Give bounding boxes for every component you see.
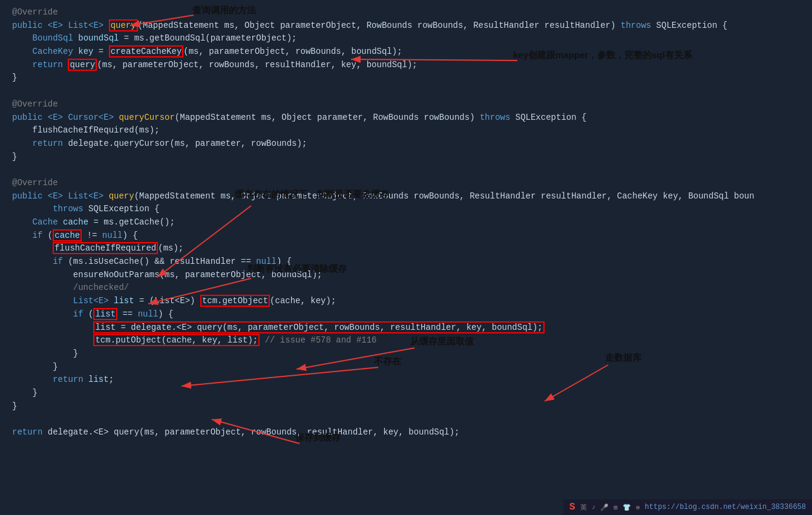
code-container: @Override public <E> List<E> query(Mappe… (0, 0, 812, 515)
line-10: flushCacheIfRequired(ms); (0, 124, 812, 137)
line-8: @Override (0, 98, 812, 111)
line-28: } (0, 361, 812, 374)
line-15: public <E> List<E> query(MappedStatement… (0, 190, 812, 203)
bottom-bar: S 英 ♪ 🎤 ⊞ 👕 ⊕ https://blog.csdn.net/weix… (563, 499, 812, 515)
bottom-bar-text: 英 (580, 503, 587, 512)
line-30: } (0, 387, 812, 400)
line-31: } (0, 400, 812, 413)
line-7 (0, 85, 812, 98)
line-23: List<E> list = (List<E>) tcm.getObject(c… (0, 295, 812, 308)
line-18: if (cache != null) { (0, 229, 812, 243)
line-16: throws SQLException { (0, 203, 812, 216)
line-5: return query(ms, parameterObject, rowBou… (0, 59, 812, 72)
line-12: } (0, 151, 812, 164)
line-13 (0, 163, 812, 177)
code-area: @Override public <E> List<E> query(Mappe… (0, 0, 812, 445)
line-25: list = delegate.<E> query(ms, parameterO… (0, 321, 812, 335)
line-26: tcm.putObject(cache, key, list); // issu… (0, 334, 812, 347)
line-4: CacheKey key = createCacheKey(ms, parame… (0, 45, 812, 59)
bottom-bar-url[interactable]: https://blog.csdn.net/weixin_38336658 (645, 503, 806, 511)
line-3: BoundSql boundSql = ms.getBoundSql(param… (0, 32, 812, 45)
line-32 (0, 413, 812, 426)
bottom-bar-icon-mic: 🎤 (600, 504, 609, 511)
bottom-bar-icon-music: ♪ (592, 504, 596, 511)
line-1: @Override (0, 6, 812, 19)
line-27: } (0, 347, 812, 361)
line-14: @Override (0, 177, 812, 190)
line-17: Cache cache = ms.getCache(); (0, 216, 812, 229)
line-11: return delegate.queryCursor(ms, paramete… (0, 137, 812, 151)
line-2: public <E> List<E> query(MappedStatement… (0, 19, 812, 33)
line-29: return list; (0, 373, 812, 387)
line-6: } (0, 71, 812, 85)
line-21: ensureNoOutParams(ms, parameterObject, b… (0, 269, 812, 282)
line-24: if (list == null) { (0, 308, 812, 321)
line-22: /unchecked/ (0, 281, 812, 295)
line-9: public <E> Cursor<E> queryCursor(MappedS… (0, 111, 812, 125)
line-33: return delegate.<E> query(ms, parameterO… (0, 426, 812, 439)
bottom-bar-icon-plus: ⊕ (636, 504, 640, 511)
line-20: if (ms.isUseCache() && resultHandler == … (0, 255, 812, 269)
bottom-bar-icon-shirt: 👕 (623, 504, 631, 511)
bottom-bar-icon-grid: ⊞ (614, 504, 618, 511)
logo-s: S (569, 502, 575, 513)
line-19: flushCacheIfRequired(ms); (0, 242, 812, 255)
